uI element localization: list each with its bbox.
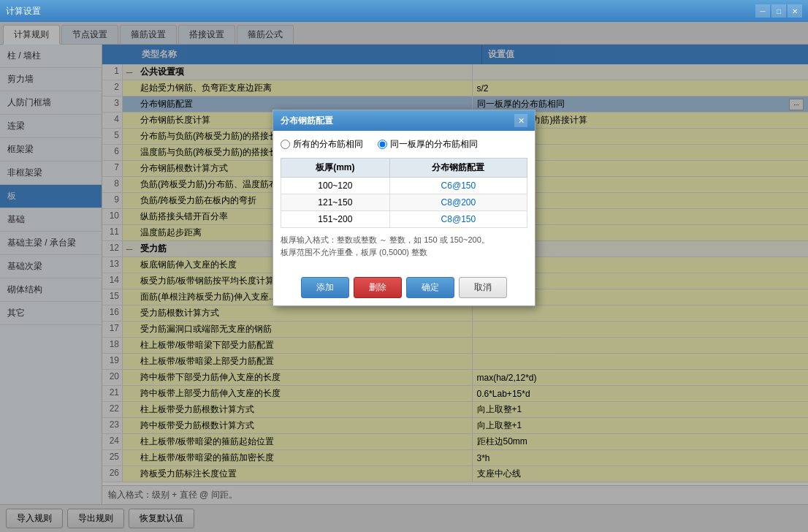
table-row[interactable]: 100~120 C6@150 bbox=[281, 178, 527, 194]
hint-text: 板厚输入格式：整数或整数 ～ 整数，如 150 或 150~200。 板厚范围不… bbox=[281, 234, 527, 258]
add-button[interactable]: 添加 bbox=[301, 277, 349, 298]
minimize-button[interactable]: ─ bbox=[755, 4, 770, 18]
thickness-cell: 100~120 bbox=[281, 178, 390, 194]
cancel-button[interactable]: 取消 bbox=[459, 277, 507, 298]
confirm-button[interactable]: 确定 bbox=[406, 277, 454, 298]
title-bar: 计算设置 ─ □ ✕ bbox=[0, 0, 808, 22]
delete-button[interactable]: 删除 bbox=[354, 277, 402, 298]
window-title: 计算设置 bbox=[6, 5, 755, 18]
config-cell: C8@150 bbox=[389, 211, 527, 228]
inner-th-thickness: 板厚(mm) bbox=[281, 159, 390, 178]
modal-title-bar: 分布钢筋配置 ✕ bbox=[273, 110, 535, 131]
maximize-button[interactable]: □ bbox=[771, 4, 786, 18]
modal-close-button[interactable]: ✕ bbox=[514, 114, 527, 127]
thickness-cell: 151~200 bbox=[281, 211, 390, 228]
table-row[interactable]: 121~150 C8@200 bbox=[281, 194, 527, 211]
window-controls: ─ □ ✕ bbox=[755, 4, 802, 18]
modal-overlay: 分布钢筋配置 ✕ 所有的分布筋相同 同一板厚的分布筋相同 板厚(mm) 分布 bbox=[0, 22, 808, 532]
inner-table: 板厚(mm) 分布钢筋配置 100~120 C6@150 121~150 C8@… bbox=[281, 158, 527, 228]
config-cell: C8@200 bbox=[389, 194, 527, 211]
modal-title-text: 分布钢筋配置 bbox=[281, 115, 333, 127]
modal-body: 所有的分布筋相同 同一板厚的分布筋相同 板厚(mm) 分布钢筋配置 100~12 bbox=[273, 131, 535, 273]
inner-th-config: 分布钢筋配置 bbox=[389, 159, 527, 178]
radio-same-thickness[interactable]: 同一板厚的分布筋相同 bbox=[378, 138, 478, 151]
distribution-rebar-modal: 分布钢筋配置 ✕ 所有的分布筋相同 同一板厚的分布筋相同 板厚(mm) 分布 bbox=[272, 110, 536, 306]
config-cell: C6@150 bbox=[389, 178, 527, 194]
modal-footer: 添加 删除 确定 取消 bbox=[273, 273, 535, 305]
thickness-cell: 121~150 bbox=[281, 194, 390, 211]
close-button[interactable]: ✕ bbox=[788, 4, 802, 18]
table-row[interactable]: 151~200 C8@150 bbox=[281, 211, 527, 228]
radio-group: 所有的分布筋相同 同一板厚的分布筋相同 bbox=[281, 138, 527, 151]
radio-all-same[interactable]: 所有的分布筋相同 bbox=[281, 138, 363, 151]
